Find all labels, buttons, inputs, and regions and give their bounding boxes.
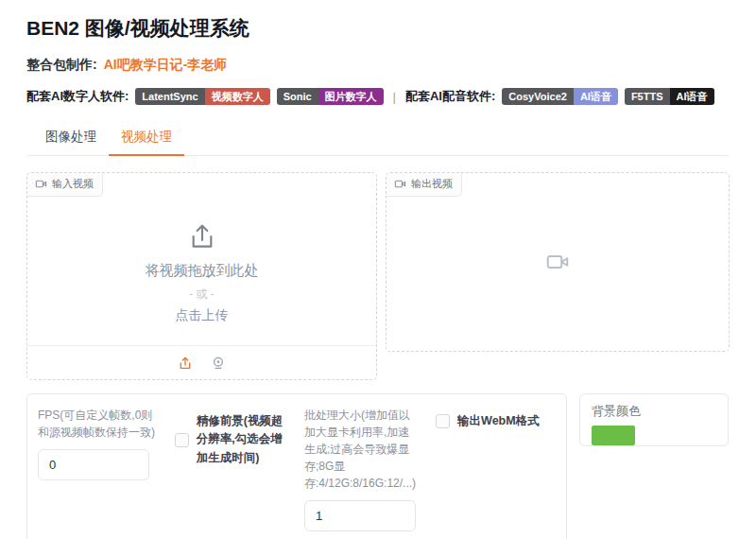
- background-color-label: 背景颜色: [592, 403, 716, 420]
- software-badge-row: 配套AI数字人软件: LatentSync 视频数字人 Sonic 图片数字人 …: [26, 88, 730, 105]
- badge-separator: |: [393, 90, 396, 104]
- author-row: 整合包制作:AI吧教学日记-李老师: [26, 57, 730, 74]
- badge-latentsync: LatentSync 视频数字人: [135, 88, 269, 105]
- tab-image-processing[interactable]: 图像处理: [33, 121, 109, 155]
- author-name: AI吧教学日记-李老师: [104, 57, 228, 72]
- badge-f5tts-name: F5TTS: [625, 88, 670, 105]
- upload-dropzone[interactable]: 将视频拖放到此处 - 或 - 点击上传: [27, 205, 376, 339]
- webm-output-checkbox[interactable]: [436, 414, 450, 428]
- batch-size-label: 批处理大小(增加值以加大显卡利用率,加速生成;过高会导致爆显存;8G显存:4/1…: [304, 407, 421, 492]
- badge-f5tts: F5TTS AI语音: [625, 88, 714, 105]
- refine-foreground-label[interactable]: 精修前景(视频超分辨率,勾选会增加生成时间): [197, 412, 289, 467]
- badge-cosyvoice2-tag: AI语音: [574, 88, 618, 105]
- drop-hint-text: 将视频拖放到此处: [146, 262, 259, 280]
- page: BEN2 图像/视频处理系统 整合包制作:AI吧教学日记-李老师 配套AI数字人…: [0, 0, 756, 539]
- upload-source-button[interactable]: [176, 354, 195, 373]
- refine-foreground-checkbox[interactable]: [175, 433, 189, 447]
- digital-human-label: 配套AI数字人软件:: [26, 88, 129, 105]
- fps-setting: FPS(可自定义帧数,0则和源视频帧数保持一致): [38, 407, 160, 531]
- video-panels: 输入视频 将视频拖放到此处 - 或 - 点击上传: [26, 172, 730, 380]
- input-video-label: 输入视频: [27, 173, 103, 197]
- refine-foreground-setting: 精修前景(视频超分辨率,勾选会增加生成时间): [175, 407, 289, 531]
- upload-tray-icon: [187, 221, 217, 252]
- click-to-upload-text: 点击上传: [176, 307, 229, 324]
- author-prefix: 整合包制作:: [26, 57, 97, 72]
- tab-video-processing[interactable]: 视频处理: [109, 121, 184, 156]
- webm-output-label[interactable]: 输出WebM格式: [457, 412, 540, 430]
- background-color-panel: 背景颜色: [579, 393, 729, 446]
- output-placeholder: [387, 173, 729, 351]
- video-camera-icon: [545, 250, 570, 274]
- upload-icon: [178, 356, 193, 371]
- tabbar: 图像处理 视频处理: [26, 121, 730, 156]
- badge-sonic-name: Sonic: [277, 88, 318, 105]
- badge-sonic: Sonic 图片数字人: [277, 88, 384, 105]
- batch-size-input[interactable]: [304, 500, 416, 531]
- settings-group: FPS(可自定义帧数,0则和源视频帧数保持一致) 精修前景(视频超分辨率,勾选会…: [26, 393, 567, 539]
- batch-size-setting: 批处理大小(增加值以加大显卡利用率,加速生成;过高会导致爆显存;8G显存:4/1…: [304, 407, 421, 531]
- voice-software-label: 配套AI配音软件:: [405, 88, 495, 105]
- page-title: BEN2 图像/视频处理系统: [26, 15, 730, 42]
- badge-latentsync-tag: 视频数字人: [205, 88, 270, 105]
- badge-sonic-tag: 图片数字人: [318, 88, 384, 105]
- badge-latentsync-name: LatentSync: [135, 88, 204, 105]
- output-video-panel: 输出视频: [386, 172, 730, 352]
- source-select-bar: [27, 345, 376, 379]
- input-video-label-text: 输入视频: [52, 177, 94, 191]
- badge-f5tts-tag: AI语音: [670, 88, 714, 105]
- settings-row: FPS(可自定义帧数,0则和源视频帧数保持一致) 精修前景(视频超分辨率,勾选会…: [26, 393, 730, 539]
- webcam-source-button[interactable]: [209, 354, 228, 373]
- webcam-icon: [211, 356, 226, 371]
- fps-input[interactable]: [38, 449, 149, 480]
- background-color-swatch[interactable]: [592, 426, 635, 445]
- badge-cosyvoice2-name: CosyVoice2: [502, 88, 574, 105]
- video-camera-icon: [35, 178, 47, 190]
- badge-cosyvoice2: CosyVoice2 AI语音: [502, 88, 618, 105]
- or-text: - 或 -: [189, 287, 215, 303]
- fps-label: FPS(可自定义帧数,0则和源视频帧数保持一致): [38, 407, 160, 441]
- webm-setting: 输出WebM格式: [436, 407, 556, 531]
- input-video-panel: 输入视频 将视频拖放到此处 - 或 - 点击上传: [26, 172, 377, 380]
